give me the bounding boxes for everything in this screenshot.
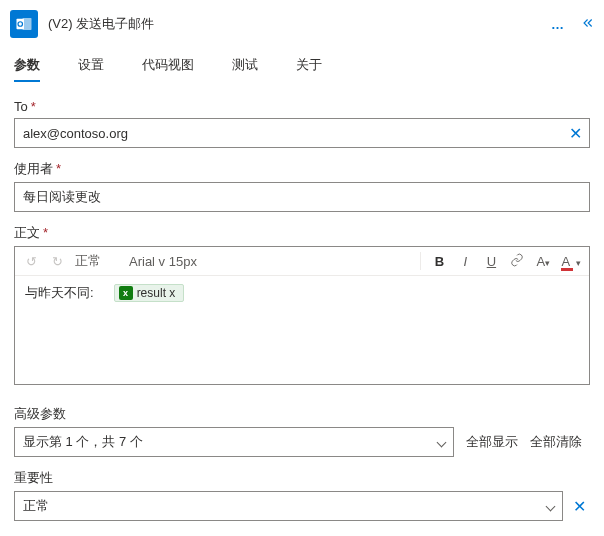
tab-params[interactable]: 参数 (14, 56, 40, 82)
body-text-prefix: 与昨天不同: (25, 284, 94, 302)
label-advanced: 高级参数 (14, 405, 590, 423)
card-title: (V2) 发送电子邮件 (48, 15, 541, 33)
font-color-button[interactable]: A▾ (535, 254, 551, 269)
excel-icon (119, 286, 133, 300)
body-input[interactable]: 与昨天不同: result x (15, 276, 589, 384)
chevron-down-icon (437, 437, 447, 447)
field-to: To* ✕ (10, 99, 594, 148)
tab-about[interactable]: 关于 (296, 56, 322, 82)
show-all-button[interactable]: 全部显示 (466, 433, 518, 451)
chevron-down-icon (546, 501, 556, 511)
more-menu-button[interactable]: … (551, 17, 566, 32)
undo-button[interactable]: ↺ (23, 254, 39, 269)
underline-button[interactable]: U (483, 254, 499, 269)
label-importance: 重要性 (14, 469, 590, 487)
field-importance: 重要性 正常 ✕ (10, 469, 594, 521)
clear-importance-button[interactable]: ✕ (569, 497, 590, 516)
advanced-select-value: 显示第 1 个，共 7 个 (23, 433, 143, 451)
to-input[interactable] (14, 118, 590, 148)
clear-all-button[interactable]: 全部清除 (530, 433, 582, 451)
label-body: 正文* (14, 224, 590, 242)
font-select[interactable]: Arial v 15px (129, 254, 197, 269)
label-subject: 使用者* (14, 160, 590, 178)
field-body: 正文* ↺ ↻ 正常 Arial v 15px B I U A▾ A ▾ (10, 224, 594, 385)
label-to: To* (14, 99, 590, 114)
clear-to-button[interactable]: ✕ (565, 124, 586, 143)
tab-bar: 参数 设置 代码视图 测试 关于 (10, 56, 594, 83)
svg-rect-1 (23, 18, 32, 30)
dynamic-content-token[interactable]: result x (114, 284, 185, 302)
importance-value: 正常 (23, 497, 49, 515)
tab-test[interactable]: 测试 (232, 56, 258, 82)
field-advanced: 高级参数 显示第 1 个，共 7 个 全部显示 全部清除 (10, 405, 594, 457)
card-header: (V2) 发送电子邮件 … (10, 4, 594, 56)
rich-text-editor: ↺ ↻ 正常 Arial v 15px B I U A▾ A ▾ 与昨天不同: (14, 246, 590, 385)
highlight-button[interactable]: A ▾ (561, 254, 581, 269)
field-subject: 使用者* (10, 160, 594, 212)
redo-button[interactable]: ↻ (49, 254, 65, 269)
link-button[interactable] (509, 253, 525, 270)
token-label: result x (137, 286, 176, 300)
collapse-button[interactable] (580, 16, 594, 33)
outlook-icon (10, 10, 38, 38)
subject-input[interactable] (14, 182, 590, 212)
tab-settings[interactable]: 设置 (78, 56, 104, 82)
advanced-select[interactable]: 显示第 1 个，共 7 个 (14, 427, 454, 457)
importance-select[interactable]: 正常 (14, 491, 563, 521)
style-select[interactable]: 正常 (75, 252, 101, 270)
rte-toolbar: ↺ ↻ 正常 Arial v 15px B I U A▾ A ▾ (15, 247, 589, 276)
bold-button[interactable]: B (431, 254, 447, 269)
tab-code-view[interactable]: 代码视图 (142, 56, 194, 82)
italic-button[interactable]: I (457, 254, 473, 269)
